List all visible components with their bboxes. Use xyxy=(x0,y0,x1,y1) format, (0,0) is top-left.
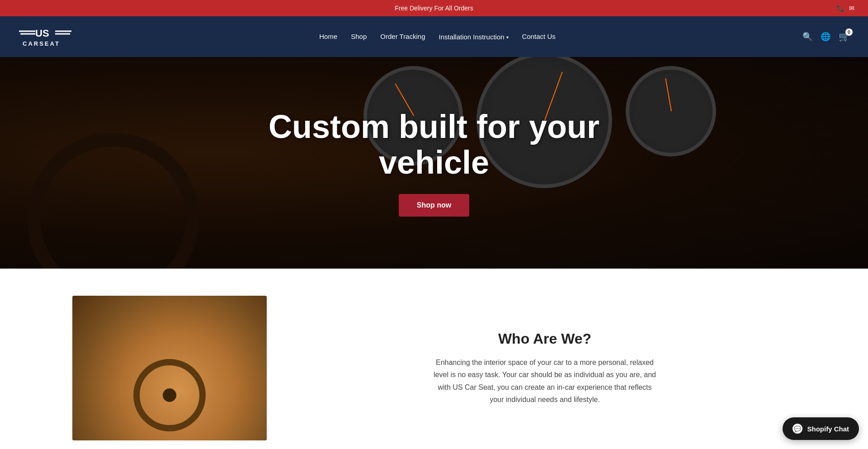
chat-bubble-icon xyxy=(793,424,802,434)
chat-label: Shopify Chat xyxy=(807,425,849,433)
nav-dropdown-installation[interactable]: Installation Instruction ▾ xyxy=(439,33,508,41)
search-button[interactable]: 🔍 xyxy=(802,32,812,42)
hero-section: Custom built for your vehicle Shop now xyxy=(0,57,868,269)
chat-button[interactable]: Shopify Chat xyxy=(783,417,859,440)
nav-link-order-tracking[interactable]: Order Tracking xyxy=(380,33,425,40)
who-heading: Who Are We? xyxy=(294,331,796,347)
chevron-down-icon: ▾ xyxy=(506,35,509,40)
nav-item-home[interactable]: Home xyxy=(319,33,337,41)
contact-icons: 📞 ✉ xyxy=(837,5,854,12)
gauge-3 xyxy=(626,66,716,156)
who-text-area: Who Are We? Enhancing the interior space… xyxy=(294,331,796,406)
who-section: Who Are We? Enhancing the interior space… xyxy=(0,269,868,449)
hero-title-line1: Custom built for your xyxy=(269,109,599,145)
needle-3 xyxy=(665,78,672,111)
nav-link-installation: Installation Instruction xyxy=(439,33,504,41)
logo-svg: US CARSEAT xyxy=(18,23,72,50)
language-button[interactable]: 🌐 xyxy=(821,32,830,42)
svg-text:US: US xyxy=(35,28,49,39)
who-image xyxy=(72,296,267,440)
nav-item-installation[interactable]: Installation Instruction ▾ xyxy=(439,33,508,41)
steering-center xyxy=(163,388,176,402)
hero-title: Custom built for your vehicle xyxy=(269,109,599,180)
logo[interactable]: US CARSEAT xyxy=(18,23,72,50)
hero-title-line2: vehicle xyxy=(379,144,489,180)
cart-badge: 0 xyxy=(845,28,853,36)
nav-actions: 🔍 🌐 🛒 0 xyxy=(802,31,850,42)
nav-link-shop[interactable]: Shop xyxy=(351,33,367,40)
main-nav: Home Shop Order Tracking Installation In… xyxy=(319,33,556,41)
nav-link-home[interactable]: Home xyxy=(319,33,337,40)
nav-link-contact[interactable]: Contact Us xyxy=(522,33,556,40)
who-steering-wheel xyxy=(133,359,206,431)
header: US CARSEAT Home Shop Order Tracking Inst… xyxy=(0,16,868,57)
announcement-bar: Free Delivery For All Orders 📞 ✉ xyxy=(0,0,868,16)
shop-now-button[interactable]: Shop now xyxy=(399,194,469,217)
who-description: Enhancing the interior space of your car… xyxy=(432,356,658,406)
steering-wheel xyxy=(27,133,199,269)
nav-item-contact[interactable]: Contact Us xyxy=(522,33,556,41)
nav-item-shop[interactable]: Shop xyxy=(351,33,367,41)
phone-icon: 📞 xyxy=(837,5,844,12)
email-icon: ✉ xyxy=(849,5,854,12)
nav-item-order-tracking[interactable]: Order Tracking xyxy=(380,33,425,41)
svg-text:CARSEAT: CARSEAT xyxy=(23,40,60,47)
cart-button[interactable]: 🛒 0 xyxy=(839,31,850,42)
hero-content: Custom built for your vehicle Shop now xyxy=(269,109,599,217)
announcement-text: Free Delivery For All Orders xyxy=(395,5,473,12)
